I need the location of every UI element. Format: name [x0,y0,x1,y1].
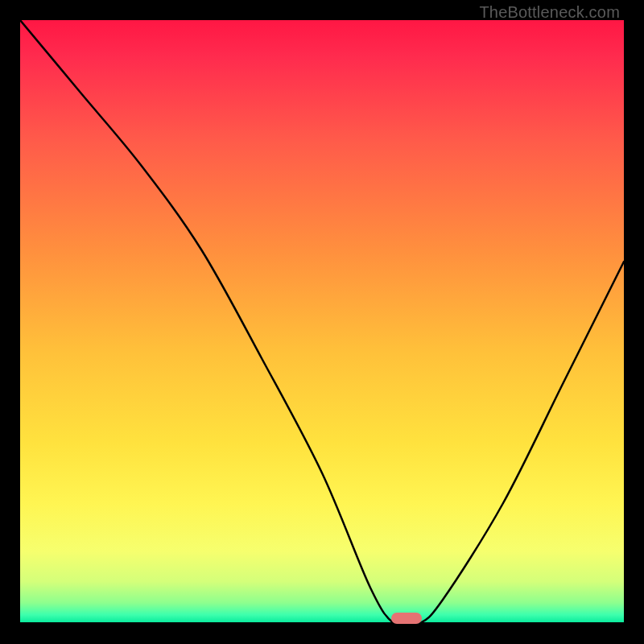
optimal-marker [391,613,422,624]
bottleneck-curve [20,20,624,624]
chart-frame: TheBottleneck.com [0,0,644,644]
x-axis-baseline [20,622,624,624]
watermark-text: TheBottleneck.com [479,3,620,22]
plot-area [20,20,624,624]
